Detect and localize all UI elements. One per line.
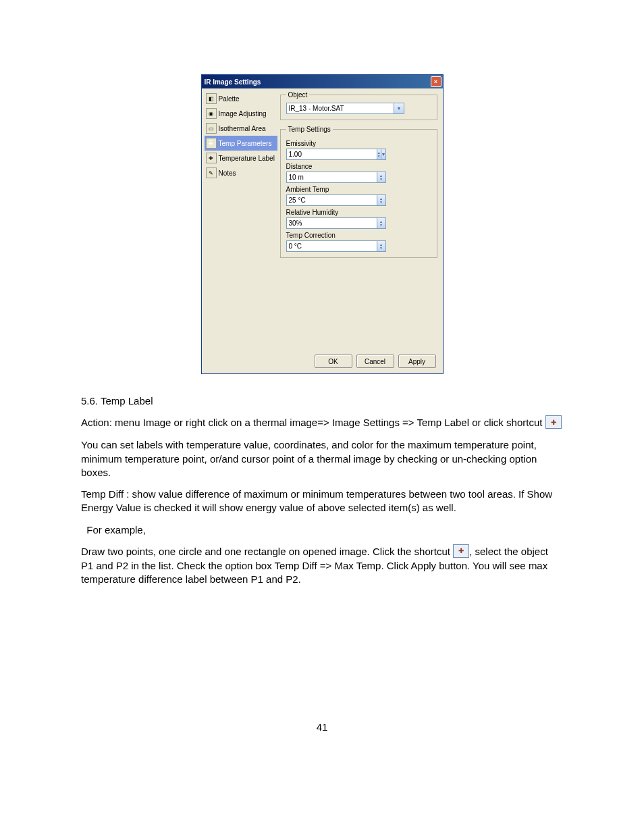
chevron-down-icon[interactable]: ▾: [394, 103, 404, 114]
object-group: Object ▾: [280, 91, 437, 120]
title-bar[interactable]: IR Image Settings ×: [202, 75, 443, 88]
sidebar-item-label: Temp Parameters: [219, 140, 272, 147]
ir-image-settings-dialog: IR Image Settings × ◧ Palette ◉ Image Ad…: [201, 74, 444, 374]
sidebar-item-label: Image Adjusting: [219, 110, 267, 118]
chevron-down-icon[interactable]: ▾: [381, 149, 386, 160]
doc-paragraph: For example,: [81, 523, 563, 537]
emissivity-input[interactable]: [286, 149, 377, 160]
apply-button[interactable]: Apply: [398, 355, 436, 368]
section-heading: 5.6. Temp Label: [81, 394, 563, 408]
temperature-label-shortcut-icon: ✚: [545, 415, 562, 429]
temperature-label-shortcut-icon: ✚: [453, 544, 469, 558]
relative-humidity-input[interactable]: [286, 217, 377, 229]
image-adjusting-icon: ◉: [206, 108, 217, 119]
spinner-icon[interactable]: ▲▼: [377, 172, 386, 183]
distance-label: Distance: [286, 163, 431, 170]
doc-paragraph: Action: menu Image or right click on a t…: [81, 416, 563, 430]
isothermal-icon: ▭: [206, 123, 217, 134]
spinner-icon[interactable]: ▲▼: [377, 217, 386, 229]
sidebar-item-label: Palette: [219, 95, 240, 103]
doc-paragraph: Temp Diff : show value difference of max…: [81, 488, 563, 515]
notes-icon: ✎: [206, 167, 217, 178]
doc-paragraph: You can set labels with temperature valu…: [81, 438, 563, 479]
palette-icon: ◧: [206, 93, 217, 104]
page-number: 41: [81, 721, 563, 733]
temp-settings-legend: Temp Settings: [286, 126, 333, 133]
sidebar-item-label: Temperature Label: [219, 155, 275, 162]
emissivity-label: Emissivity: [286, 140, 431, 147]
sidebar-item-palette[interactable]: ◧ Palette: [205, 91, 277, 106]
ok-button[interactable]: OK: [315, 355, 352, 368]
doc-paragraph: Draw two points, one circle and one rect…: [81, 545, 563, 587]
object-legend: Object: [286, 91, 310, 99]
sidebar-item-isothermal-area[interactable]: ▭ Isothermal Area: [205, 121, 277, 136]
sidebar-item-temp-parameters[interactable]: ≣ Temp Parameters: [205, 136, 277, 151]
spinner-icon[interactable]: ▲▼: [377, 240, 386, 252]
cancel-button[interactable]: Cancel: [356, 355, 394, 368]
distance-input[interactable]: [286, 172, 377, 183]
sidebar-item-image-adjusting[interactable]: ◉ Image Adjusting: [205, 106, 277, 121]
temp-correction-label: Temp Correction: [286, 232, 431, 239]
sidebar-item-label: Notes: [219, 170, 236, 177]
sidebar-item-notes[interactable]: ✎ Notes: [205, 165, 277, 180]
sidebar-item-temperature-label[interactable]: ✚ Temperature Label: [205, 151, 277, 165]
relative-humidity-label: Relative Humidity: [286, 209, 431, 216]
spinner-icon[interactable]: ▲▼: [377, 194, 386, 206]
sidebar-item-label: Isothermal Area: [219, 125, 266, 132]
ambient-temp-input[interactable]: [286, 194, 377, 206]
close-icon[interactable]: ×: [431, 76, 441, 87]
temp-parameters-icon: ≣: [206, 138, 217, 149]
temp-correction-input[interactable]: [286, 240, 377, 252]
window-title: IR Image Settings: [205, 78, 261, 86]
temp-settings-group: Temp Settings Emissivity ▲▼ ▾ Distance ▲…: [280, 126, 437, 258]
temperature-label-icon: ✚: [206, 153, 217, 163]
ambient-temp-label: Ambient Temp: [286, 186, 431, 193]
object-select[interactable]: [286, 103, 394, 114]
settings-sidebar: ◧ Palette ◉ Image Adjusting ▭ Isothermal…: [205, 91, 277, 348]
